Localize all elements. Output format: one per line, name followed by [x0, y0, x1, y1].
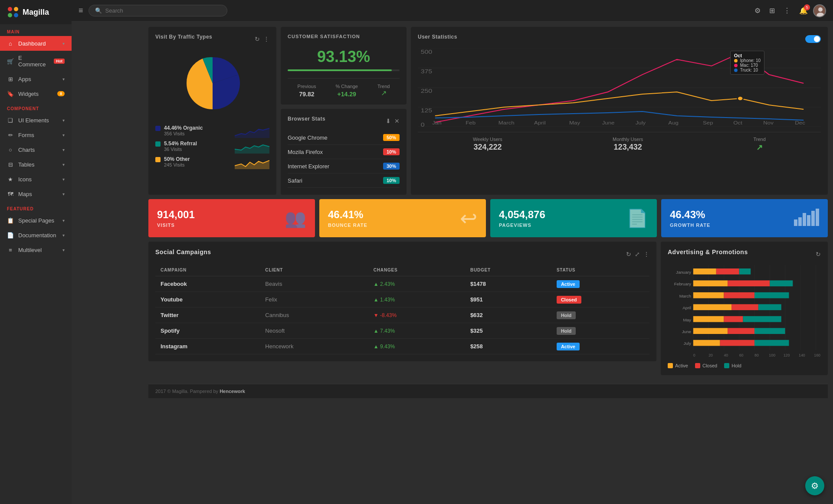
browser-name: Internet Explorer [288, 163, 329, 170]
weekly-users-value: 324,222 [473, 143, 502, 152]
trend-label: Trend [754, 137, 766, 142]
monthly-users-stat: Monthly Users 123,432 [613, 137, 643, 152]
svg-point-21 [738, 96, 743, 101]
bar-active [693, 268, 716, 275]
change-value: ▲ 9.43% [374, 344, 395, 350]
doc-icon: 📄 [7, 232, 14, 239]
hamburger-button[interactable]: ≡ [79, 6, 83, 15]
search-input[interactable] [105, 7, 221, 14]
svg-text:0: 0 [421, 122, 425, 127]
bar-closed [716, 268, 739, 275]
svg-point-2 [8, 13, 12, 17]
user-stats-toggle[interactable] [805, 35, 821, 43]
bar-closed [728, 328, 754, 334]
visit-traffic-card: Visit By Traffic Types ↻ ⋮ [148, 27, 276, 195]
sat-previous-value: 79.82 [298, 91, 316, 98]
user-avatar[interactable] [813, 4, 826, 17]
sidebar-item-charts[interactable]: ○ Charts ▾ [0, 142, 72, 157]
card-actions[interactable]: ↻ [816, 251, 821, 258]
sparkline-other [235, 156, 269, 169]
metric-text: 46.41% BOUNCE RATE [328, 209, 367, 228]
card-header: Social Campaigns ↻ ⤢ ⋮ [155, 249, 649, 260]
legend-sub: 356 Visits [164, 131, 203, 136]
browser-row-ie: Internet Explorer 30% [288, 159, 400, 173]
home-icon: ⌂ [7, 40, 14, 47]
notifications-icon[interactable]: 🔔 5 [799, 7, 808, 15]
sat-trend: Trend ↗ [377, 84, 390, 98]
client-name: Cannibus [260, 308, 368, 323]
sidebar-item-ui-elements[interactable]: ❑ UI Elements ▾ [0, 113, 72, 128]
dots-icon[interactable]: ⋮ [784, 7, 790, 15]
sat-trend-label: Trend [377, 84, 390, 89]
sidebar-item-ecommerce[interactable]: 🛒 E Commerce Hot [0, 51, 72, 72]
metric-value: 46.41% [328, 209, 367, 221]
svg-point-3 [14, 13, 18, 17]
client-name: Neosoft [260, 323, 368, 339]
bar-active [693, 280, 728, 286]
metric-text: 914,001 VISITS [157, 209, 195, 228]
more-icon[interactable]: ⋮ [643, 251, 649, 258]
sidebar-item-documentation[interactable]: 📄 Documentation ▾ [0, 228, 72, 242]
user-statistics-card: User Statistics 500 375 250 125 [411, 27, 828, 195]
sidebar-logo[interactable]: Magilla [0, 0, 72, 24]
client-name: Hencework [260, 339, 368, 354]
change-cell: ▲ 7.43% [368, 323, 465, 339]
arrow-icon: ▾ [62, 118, 65, 123]
card-header: Browser Stats ⬇ ✕ [288, 116, 400, 126]
user-stats-chart: 500 375 250 125 0 Jan Feb March [418, 49, 821, 127]
sidebar-item-multilevel[interactable]: ≡ Multilevel ▾ [0, 242, 72, 257]
bar-active [693, 340, 720, 346]
sidebar-item-forms[interactable]: ✏ Forms ▾ [0, 128, 72, 142]
more-icon[interactable]: ⋮ [263, 36, 269, 43]
download-icon[interactable]: ⬇ [386, 118, 391, 124]
browser-badge: 10% [383, 148, 400, 155]
card-actions[interactable]: ↻ ⤢ ⋮ [626, 251, 649, 258]
sidebar-item-icons[interactable]: ★ Icons ▾ [0, 172, 72, 187]
footer-link[interactable]: Hencework [220, 389, 245, 394]
bar-hold [754, 340, 789, 346]
legend-text: 5.54% Refrral 36 Visits [164, 141, 197, 152]
refresh-icon[interactable]: ↻ [626, 251, 631, 258]
bar-hold [770, 280, 793, 286]
user-stats-title: User Statistics [418, 34, 457, 40]
svg-text:125: 125 [421, 108, 433, 114]
bar-closed [728, 280, 770, 286]
sidebar-item-dashboard[interactable]: ⌂ Dashboard ▾ [0, 36, 72, 51]
chart-icon: ○ [7, 146, 14, 153]
sidebar-item-special-pages[interactable]: 📋 Special Pages ▾ [0, 213, 72, 228]
col-changes: CHANGES [368, 264, 465, 276]
refresh-icon[interactable]: ↻ [816, 251, 821, 258]
card-actions[interactable]: ⬇ ✕ [386, 118, 400, 124]
close-icon[interactable]: ✕ [394, 118, 400, 124]
bounce-icon: ↩ [460, 206, 477, 230]
bookmark-icon: 🔖 [7, 90, 14, 97]
shop-icon: 🛒 [7, 58, 14, 65]
metric-bounce: 46.41% BOUNCE RATE ↩ [319, 199, 486, 237]
campaign-name: Spotify [155, 323, 260, 339]
svg-text:250: 250 [421, 88, 433, 94]
sidebar-item-maps[interactable]: 🗺 Maps ▾ [0, 187, 72, 201]
sidebar-item-label: Forms [18, 132, 58, 138]
fab-button[interactable]: ⚙ [805, 476, 824, 495]
svg-point-0 [8, 7, 12, 11]
change-cell: ▲ 2.43% [368, 276, 465, 292]
weekly-users-stat: Weekly Users 324,222 [473, 137, 502, 152]
browser-list: Google Chrome 50% Mozila Firefox 10% Int… [288, 131, 400, 188]
customer-sat-title: CUSTOMER SATISFACTION [288, 34, 360, 39]
svg-text:500: 500 [421, 49, 433, 55]
settings-icon[interactable]: ⚙ [754, 7, 761, 15]
legend-label-active: Active [675, 363, 688, 368]
sat-previous-label: Previous [298, 84, 316, 89]
sidebar-item-tables[interactable]: ⊟ Tables ▾ [0, 157, 72, 172]
map-icon: 🗺 [7, 190, 14, 197]
campaign-name: Facebook [155, 276, 260, 292]
card-actions[interactable]: ↻ ⋮ [255, 36, 269, 43]
sidebar-item-widgets[interactable]: 🔖 Widgets 8 [0, 86, 72, 101]
sidebar-item-apps[interactable]: ⊞ Apps ▾ [0, 72, 72, 86]
browser-badge: 10% [383, 177, 400, 184]
expand-icon[interactable]: ⤢ [635, 251, 640, 258]
bar-active [693, 316, 724, 322]
metrics-row: 914,001 VISITS 👥 46.41% BOUNCE RATE ↩ 4,… [148, 199, 828, 237]
refresh-icon[interactable]: ↻ [255, 36, 260, 43]
grid-icon[interactable]: ⊞ [769, 7, 775, 15]
